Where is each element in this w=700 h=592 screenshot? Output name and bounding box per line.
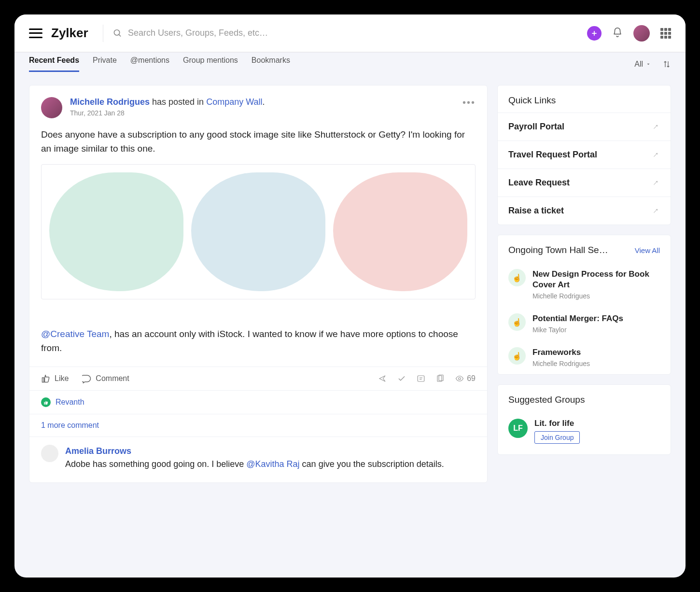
eye-icon <box>455 374 464 383</box>
arrow-icon: → <box>649 176 662 190</box>
post-card: Michelle Rodrigues has posted in Company… <box>29 85 488 483</box>
chevron-down-icon <box>646 62 651 67</box>
tab-recent-feeds[interactable]: Recent Feeds <box>29 56 79 72</box>
illustration-1 <box>49 172 183 291</box>
sessions-title: Ongoing Town Hall Se… <box>508 245 608 255</box>
sidebar: Quick Links Payroll Portal→ Travel Reque… <box>497 85 671 568</box>
divider <box>103 25 103 42</box>
session-item[interactable]: ☝ New Design Process for Book Cover ArtM… <box>498 262 671 307</box>
quick-links-title: Quick Links <box>498 85 671 113</box>
liker-link[interactable]: Revanth <box>56 398 84 407</box>
view-all-link[interactable]: View All <box>635 246 660 254</box>
post-attachment-image[interactable] <box>41 164 476 299</box>
group-avatar[interactable]: LF <box>508 419 528 438</box>
svg-line-1 <box>119 34 121 36</box>
check-icon[interactable] <box>397 374 406 383</box>
author-link[interactable]: Michelle Rodrigues <box>70 97 150 107</box>
thumbs-up-icon <box>43 400 49 405</box>
group-item: LF Lit. for life Join Group <box>498 412 671 454</box>
svg-point-9 <box>459 378 461 380</box>
top-actions <box>587 25 671 42</box>
tabbar: Recent Feeds Private @mentions Group men… <box>14 52 686 75</box>
author-avatar[interactable] <box>41 97 62 118</box>
views-count: 69 <box>455 374 476 383</box>
post-followup: @Creative Team, has an account only with… <box>29 308 487 366</box>
svg-rect-4 <box>418 376 424 381</box>
tab-group-mentions[interactable]: Group mentions <box>183 56 238 72</box>
post-date: Thur, 2021 Jan 28 <box>70 109 265 117</box>
comment-row: Amelia Burrows Adobe has something good … <box>29 437 487 482</box>
commenter-link[interactable]: Amelia Burrows <box>65 445 444 458</box>
session-icon: ☝ <box>508 269 526 286</box>
plus-icon <box>591 30 598 37</box>
groups-title: Suggested Groups <box>498 385 671 412</box>
quick-link-travel[interactable]: Travel Request Portal→ <box>498 141 671 169</box>
quick-link-ticket[interactable]: Raise a ticket→ <box>498 197 671 225</box>
avatar[interactable] <box>633 25 650 42</box>
add-button[interactable] <box>587 26 602 41</box>
sessions-card: Ongoing Town Hall Se… View All ☝ New Des… <box>497 235 671 375</box>
mention-link[interactable]: @Creative Team <box>41 329 109 339</box>
session-icon: ☝ <box>508 313 526 331</box>
notifications-button[interactable] <box>612 27 623 40</box>
search-icon <box>113 28 122 38</box>
post-body: Does anyone have a subscription to any g… <box>29 124 487 155</box>
thumbs-up-icon <box>41 374 51 383</box>
apps-grid-icon[interactable] <box>660 28 671 39</box>
session-icon: ☝ <box>508 347 526 365</box>
arrow-icon: → <box>649 120 662 134</box>
tab-private[interactable]: Private <box>93 56 117 72</box>
illustration-3 <box>333 172 467 291</box>
more-comments-link[interactable]: 1 more comment <box>29 414 487 437</box>
session-item[interactable]: ☝ Potential Merger: FAQsMike Taylor <box>498 307 671 340</box>
quick-link-payroll[interactable]: Payroll Portal→ <box>498 113 671 141</box>
sort-icon[interactable] <box>662 60 671 69</box>
bell-icon <box>612 27 623 38</box>
post-byline: Michelle Rodrigues has posted in Company… <box>70 97 265 107</box>
group-name: Lit. for life <box>534 419 580 428</box>
post-menu-button[interactable]: ••• <box>462 97 476 108</box>
post-actions-bar: Like Comment 69 <box>29 366 487 390</box>
like-badge <box>41 397 51 407</box>
arrow-icon: → <box>649 148 662 162</box>
search-input[interactable] <box>128 28 587 38</box>
menu-icon[interactable] <box>29 28 42 38</box>
search-box[interactable] <box>113 28 587 38</box>
illustration-2 <box>191 172 325 291</box>
quick-links-card: Quick Links Payroll Portal→ Travel Reque… <box>497 85 671 225</box>
comment-icon <box>82 374 92 383</box>
filter-label: All <box>634 60 643 69</box>
quick-link-leave[interactable]: Leave Request→ <box>498 169 671 197</box>
join-group-button[interactable]: Join Group <box>534 431 580 444</box>
tab-mentions[interactable]: @mentions <box>130 56 169 72</box>
share-icon[interactable] <box>378 374 387 383</box>
comment-text: Adobe has something good going on. I bel… <box>65 458 444 471</box>
groups-card: Suggested Groups LF Lit. for life Join G… <box>497 384 671 455</box>
likes-row: Revanth <box>29 390 487 414</box>
like-button[interactable]: Like <box>41 374 69 383</box>
comment-button[interactable]: Comment <box>82 374 129 383</box>
arrow-icon: → <box>649 204 662 218</box>
commenter-avatar[interactable] <box>41 445 58 462</box>
session-item[interactable]: ☝ FrameworksMichelle Rodrigues <box>498 340 671 374</box>
tab-bookmarks[interactable]: Bookmarks <box>252 56 290 72</box>
filter-dropdown[interactable]: All <box>634 60 651 69</box>
posted-in-link[interactable]: Company Wall <box>206 97 262 107</box>
svg-point-0 <box>114 29 119 35</box>
copy-icon[interactable] <box>436 374 445 383</box>
mention-link[interactable]: @Kavitha Raj <box>246 459 299 469</box>
brand-name: Zylker <box>51 26 88 41</box>
task-icon[interactable] <box>417 374 425 383</box>
topbar: Zylker <box>14 14 686 52</box>
